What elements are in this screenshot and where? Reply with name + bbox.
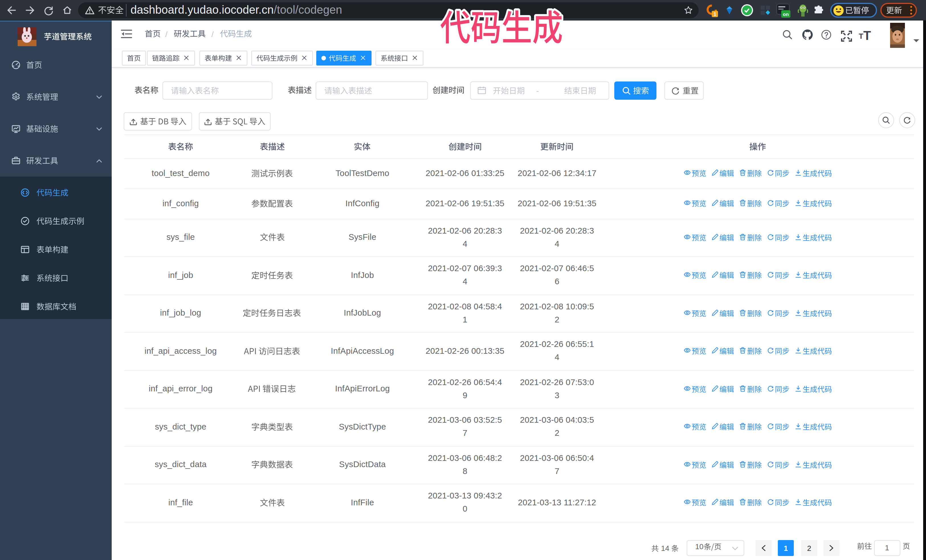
svg-text:on: on [783,12,789,17]
svg-text:1: 1 [713,11,716,17]
